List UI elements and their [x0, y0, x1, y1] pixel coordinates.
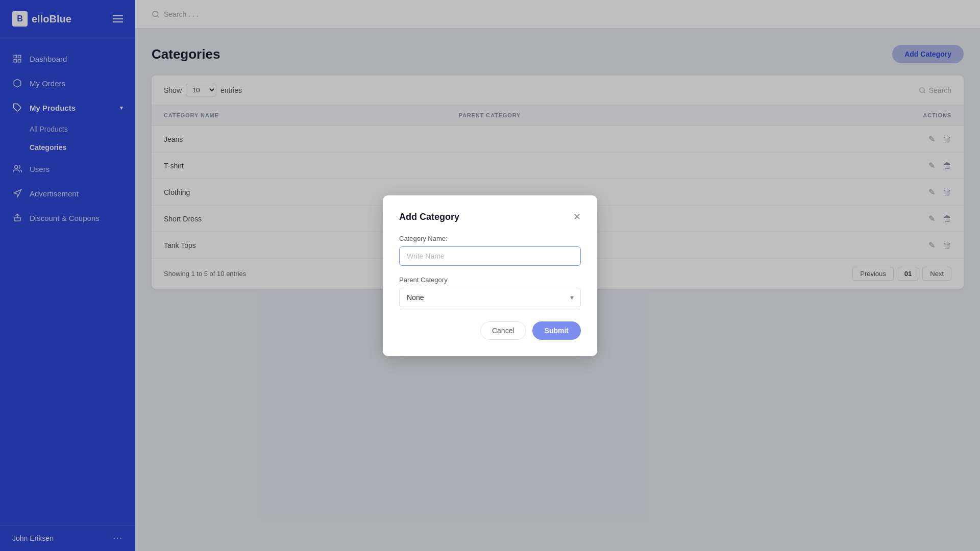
- modal-close-button[interactable]: ✕: [573, 212, 581, 221]
- category-name-input[interactable]: [399, 246, 581, 266]
- modal-actions: Cancel Submit: [399, 321, 581, 340]
- modal-title: Add Category: [399, 212, 459, 222]
- add-category-modal: Add Category ✕ Category Name: Parent Cat…: [383, 195, 597, 356]
- modal-header: Add Category ✕: [399, 212, 581, 222]
- category-name-label: Category Name:: [399, 235, 581, 242]
- parent-category-select[interactable]: None Women Apparels Men Apparels: [399, 288, 581, 307]
- modal-overlay[interactable]: Add Category ✕ Category Name: Parent Cat…: [0, 0, 980, 551]
- parent-category-wrapper: None Women Apparels Men Apparels ▾: [399, 288, 581, 307]
- submit-button[interactable]: Submit: [532, 321, 581, 340]
- cancel-button[interactable]: Cancel: [480, 321, 526, 340]
- parent-category-label: Parent Category: [399, 276, 581, 284]
